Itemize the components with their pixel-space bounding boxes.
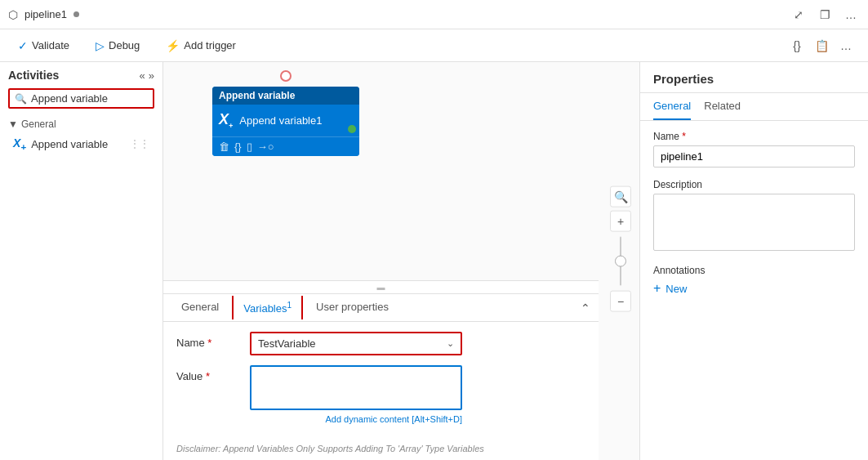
value-label: Value *: [176, 365, 242, 382]
trigger-icon: ⚡: [166, 39, 180, 52]
sidebar: Activities « » 🔍 ▼ General X+ Append var…: [0, 62, 163, 460]
prop-description-label: Description: [653, 179, 855, 190]
section-chevron-icon: ▼: [8, 118, 18, 130]
canvas-area[interactable]: Append variable X+ Append variable1 🗑 {}…: [163, 62, 639, 460]
prop-name-field: Name *: [653, 131, 855, 167]
debug-button[interactable]: ▷ Debug: [91, 36, 145, 56]
sidebar-section-general[interactable]: ▼ General: [8, 118, 154, 130]
sidebar-general-section: ▼ General X+ Append variable ⋮⋮: [0, 115, 162, 159]
expand-icon[interactable]: ⤢: [790, 6, 808, 24]
annotations-section: Annotations + New: [653, 265, 855, 296]
unsaved-indicator: [73, 11, 79, 17]
name-select[interactable]: TestVariable ⌄: [250, 332, 462, 355]
node-code-icon[interactable]: {}: [234, 141, 242, 153]
node-status-dot: [348, 125, 356, 133]
annotations-label: Annotations: [653, 265, 855, 276]
canvas-search-btn[interactable]: 🔍: [610, 185, 631, 207]
properties-panel: Properties General Related Name *: [639, 62, 868, 460]
value-field-row: Value * Add dynamic content [Alt+Shift+D…: [176, 365, 585, 424]
monitor-icon[interactable]: ❐: [816, 6, 834, 24]
prop-name-label: Name *: [653, 131, 855, 142]
properties-tab-general[interactable]: General: [653, 100, 691, 120]
publish-icon[interactable]: 📋: [812, 37, 830, 55]
panel-collapse-icon[interactable]: ⌃: [581, 301, 590, 315]
node-body-icon: X+: [219, 111, 233, 130]
validate-icon: ✓: [18, 39, 28, 52]
toolbar: ✓ Validate ▷ Debug ⚡ Add trigger {} 📋 …: [0, 29, 868, 62]
sidebar-header: Activities « »: [0, 62, 162, 88]
collapse-right-icon: »: [149, 69, 154, 82]
node-copy-icon[interactable]: ▯: [247, 141, 252, 153]
node-header: Append variable: [212, 87, 359, 105]
value-textarea[interactable]: [250, 365, 462, 410]
value-required: *: [206, 370, 210, 382]
more-toolbar-icon[interactable]: …: [837, 37, 855, 55]
top-bar: ⬡ pipeline1 ⤢ ❐ …: [0, 0, 868, 29]
more-options-icon[interactable]: …: [842, 6, 860, 24]
tab-user-properties[interactable]: User properties: [306, 294, 398, 321]
annotations-add-button[interactable]: + New: [653, 281, 855, 296]
sidebar-item-label: Append variable: [31, 138, 108, 150]
pipeline-icon: ⬡: [8, 8, 18, 21]
name-label: Name *: [176, 332, 242, 349]
append-variable-icon: X+: [13, 136, 26, 152]
validate-button[interactable]: ✓ Validate: [13, 36, 74, 56]
search-input[interactable]: [31, 92, 148, 105]
sidebar-title: Activities: [8, 69, 59, 82]
disclaimer-text: Disclaimer: Append Variables Only Suppor…: [163, 444, 599, 460]
activity-node[interactable]: Append variable X+ Append variable1 🗑 {}…: [212, 87, 359, 156]
properties-body: Name * Description Annotations + New: [640, 121, 868, 460]
activity-node-container[interactable]: Append variable X+ Append variable1 🗑 {}…: [212, 87, 359, 156]
value-textarea-wrapper: Add dynamic content [Alt+Shift+D]: [250, 365, 462, 424]
properties-title: Properties: [640, 62, 868, 93]
variables-badge: 1: [287, 301, 292, 310]
section-label: General: [21, 118, 56, 130]
panel-resize-handle[interactable]: ▬: [163, 281, 599, 294]
prop-description-field: Description: [653, 179, 855, 253]
drag-handle-icon: ⋮⋮: [130, 138, 149, 150]
prop-name-input[interactable]: [653, 145, 855, 167]
node-connect-icon[interactable]: →○: [257, 141, 274, 153]
bottom-content: Name * TestVariable ⌄ Value *: [163, 322, 599, 444]
top-bar-icons: ⤢ ❐ …: [790, 6, 860, 24]
node-delete-icon[interactable]: 🗑: [219, 141, 229, 153]
code-icon[interactable]: {}: [788, 37, 806, 55]
tab-general[interactable]: General: [171, 294, 229, 321]
pipeline-title: pipeline1: [24, 8, 67, 20]
prop-name-required: *: [682, 131, 686, 142]
canvas-zoom-controls: 🔍 + −: [610, 185, 631, 311]
search-box[interactable]: 🔍: [8, 88, 154, 109]
plus-icon: +: [653, 281, 661, 296]
debug-icon: ▷: [96, 39, 105, 52]
canvas-zoom-in-btn[interactable]: +: [610, 210, 631, 231]
sidebar-collapse[interactable]: « »: [140, 69, 154, 82]
bottom-tabs: General Variables1 User properties ⌃: [163, 294, 599, 322]
canvas-zoom-thumb[interactable]: [615, 255, 626, 266]
canvas-zoom-slider[interactable]: [620, 236, 621, 285]
annotations-new-label: New: [665, 283, 687, 295]
bottom-panel: ▬ General Variables1 User properties ⌃: [163, 280, 599, 460]
properties-tab-related[interactable]: Related: [704, 100, 741, 120]
tab-variables[interactable]: Variables1: [232, 296, 303, 319]
search-icon: 🔍: [15, 93, 27, 105]
prop-description-textarea[interactable]: [653, 194, 855, 251]
select-arrow-icon: ⌄: [447, 338, 454, 349]
node-start-dot: [280, 70, 292, 82]
add-trigger-button[interactable]: ⚡ Add trigger: [161, 36, 241, 56]
canvas-zoom-out-btn[interactable]: −: [610, 290, 631, 311]
collapse-left-icon: «: [140, 69, 145, 82]
node-body: X+ Append variable1: [212, 105, 359, 136]
main-layout: Activities « » 🔍 ▼ General X+ Append var…: [0, 62, 868, 460]
name-field-row: Name * TestVariable ⌄: [176, 332, 585, 355]
sidebar-item-append-variable[interactable]: X+ Append variable ⋮⋮: [8, 133, 154, 155]
node-body-label: Append variable1: [239, 114, 322, 127]
node-toolbar: 🗑 {} ▯ →○: [212, 136, 359, 156]
dynamic-content-link[interactable]: Add dynamic content [Alt+Shift+D]: [250, 414, 462, 424]
name-required: *: [207, 337, 211, 349]
properties-tabs: General Related: [640, 93, 868, 121]
